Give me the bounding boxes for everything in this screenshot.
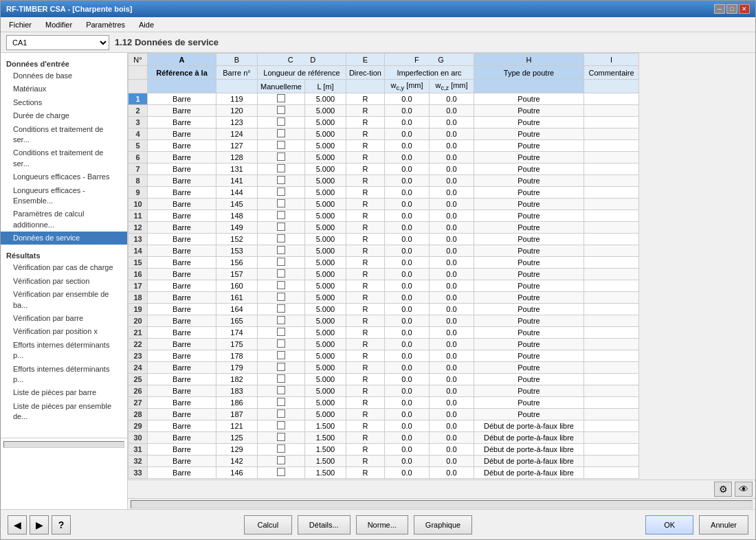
- cell-manuelle[interactable]: [258, 385, 305, 397]
- graphique-button[interactable]: Graphique: [414, 515, 472, 535]
- minimize-button[interactable]: ─: [714, 4, 725, 14]
- annuler-button[interactable]: Annuler: [699, 515, 748, 535]
- calcul-button[interactable]: Calcul: [244, 515, 292, 535]
- cell-manuelle[interactable]: [258, 257, 305, 269]
- menu-modifier[interactable]: Modifier: [40, 19, 78, 30]
- cell-manuelle[interactable]: [258, 245, 305, 257]
- sidebar-item-efforts1[interactable]: Efforts internes déterminants p...: [1, 339, 127, 363]
- sidebar-item-duree-charge[interactable]: Durée de charge: [1, 109, 127, 122]
- cell-manuelle[interactable]: [258, 175, 305, 187]
- cell-manuelle[interactable]: [258, 444, 305, 455]
- cell-manuelle[interactable]: [258, 467, 305, 479]
- cell-manuelle[interactable]: [258, 187, 305, 199]
- sidebar-item-efforts2[interactable]: Efforts internes déterminants p...: [1, 363, 127, 387]
- cell-manuelle[interactable]: [258, 199, 305, 210]
- close-button[interactable]: ✕: [739, 4, 750, 14]
- cell-manuelle[interactable]: [258, 234, 305, 245]
- checkbox[interactable]: [277, 374, 285, 383]
- ok-button[interactable]: OK: [645, 515, 693, 535]
- checkbox[interactable]: [277, 421, 285, 429]
- cell-manuelle[interactable]: [258, 117, 305, 128]
- sidebar-item-materiaux[interactable]: Matériaux: [1, 82, 127, 95]
- horizontal-scrollbar[interactable]: [128, 498, 755, 509]
- checkbox[interactable]: [277, 211, 285, 219]
- cell-manuelle[interactable]: [258, 152, 305, 164]
- checkbox[interactable]: [277, 164, 285, 172]
- checkbox[interactable]: [277, 141, 285, 149]
- cell-manuelle[interactable]: [258, 315, 305, 327]
- table-wrapper[interactable]: N° A B C D E F G H I: [128, 53, 755, 480]
- cell-manuelle[interactable]: [258, 455, 305, 467]
- cell-manuelle[interactable]: [258, 222, 305, 234]
- cell-manuelle[interactable]: [258, 397, 305, 409]
- checkbox[interactable]: [277, 153, 285, 161]
- checkbox[interactable]: [277, 398, 285, 406]
- details-button[interactable]: Détails...: [298, 515, 351, 535]
- sidebar-item-verif-cas[interactable]: Vérification par cas de charge: [1, 261, 127, 274]
- case-dropdown[interactable]: CA1: [6, 35, 109, 50]
- cell-manuelle[interactable]: [258, 164, 305, 175]
- sidebar-item-conditions2[interactable]: Conditions et traitement de ser...: [1, 146, 127, 170]
- sidebar-item-verif-ensemble[interactable]: Vérification par ensemble de ba...: [1, 288, 127, 312]
- checkbox[interactable]: [277, 409, 285, 418]
- cell-manuelle[interactable]: [258, 432, 305, 444]
- sidebar-item-verif-barre[interactable]: Vérification par barre: [1, 312, 127, 325]
- sidebar-item-liste-barre[interactable]: Liste de pièces par barre: [1, 386, 127, 399]
- checkbox[interactable]: [277, 445, 285, 453]
- checkbox[interactable]: [277, 456, 285, 464]
- scroll-track[interactable]: [131, 500, 753, 508]
- nav-forward-btn[interactable]: ▶: [30, 515, 49, 535]
- cell-manuelle[interactable]: [258, 105, 305, 117]
- nav-back-btn[interactable]: ◀: [8, 515, 27, 535]
- sidebar-item-parametres-calcul[interactable]: Paramètres de calcul additionne...: [1, 207, 127, 232]
- cell-manuelle[interactable]: [258, 350, 305, 362]
- checkbox[interactable]: [277, 433, 285, 441]
- maximize-button[interactable]: □: [726, 4, 737, 14]
- checkbox[interactable]: [277, 281, 285, 289]
- checkbox[interactable]: [277, 269, 285, 278]
- checkbox[interactable]: [277, 234, 285, 243]
- checkbox[interactable]: [277, 223, 285, 231]
- sidebar-item-donnees-base[interactable]: Données de base: [1, 69, 127, 82]
- cell-manuelle[interactable]: [258, 374, 305, 385]
- cell-manuelle[interactable]: [258, 304, 305, 315]
- cell-manuelle[interactable]: [258, 409, 305, 420]
- checkbox[interactable]: [277, 258, 285, 266]
- sidebar-item-longueurs-barres[interactable]: Longueurs efficaces - Barres: [1, 170, 127, 183]
- checkbox[interactable]: [277, 188, 285, 196]
- help-btn[interactable]: ?: [52, 515, 71, 535]
- checkbox[interactable]: [277, 304, 285, 313]
- checkbox[interactable]: [277, 351, 285, 359]
- cell-manuelle[interactable]: [258, 210, 305, 222]
- cell-manuelle[interactable]: [258, 292, 305, 304]
- checkbox[interactable]: [277, 129, 285, 137]
- menu-fichier[interactable]: Fichier: [3, 19, 37, 30]
- settings-icon-btn[interactable]: ⚙: [714, 482, 732, 497]
- checkbox[interactable]: [277, 246, 285, 254]
- sidebar-item-conditions1[interactable]: Conditions et traitement de ser...: [1, 123, 127, 147]
- checkbox[interactable]: [277, 339, 285, 348]
- cell-manuelle[interactable]: [258, 140, 305, 152]
- checkbox[interactable]: [277, 468, 285, 476]
- sidebar-item-verif-position[interactable]: Vérification par position x: [1, 325, 127, 338]
- checkbox[interactable]: [277, 386, 285, 394]
- cell-manuelle[interactable]: [258, 269, 305, 280]
- checkbox[interactable]: [277, 94, 285, 102]
- checkbox[interactable]: [277, 106, 285, 114]
- cell-manuelle[interactable]: [258, 420, 305, 432]
- checkbox[interactable]: [277, 117, 285, 126]
- menu-aide[interactable]: Aide: [133, 19, 159, 30]
- cell-manuelle[interactable]: [258, 339, 305, 350]
- cell-manuelle[interactable]: [258, 93, 305, 105]
- checkbox[interactable]: [277, 293, 285, 301]
- menu-parametres[interactable]: Paramètres: [80, 19, 131, 30]
- cell-manuelle[interactable]: [258, 362, 305, 374]
- cell-manuelle[interactable]: [258, 128, 305, 140]
- sidebar-item-sections[interactable]: Sections: [1, 96, 127, 109]
- cell-manuelle[interactable]: [258, 280, 305, 292]
- eye-icon-btn[interactable]: 👁: [735, 482, 753, 497]
- checkbox[interactable]: [277, 176, 285, 184]
- checkbox[interactable]: [277, 316, 285, 324]
- sidebar-item-verif-section[interactable]: Vérification par section: [1, 275, 127, 288]
- norme-button[interactable]: Norme...: [356, 515, 408, 535]
